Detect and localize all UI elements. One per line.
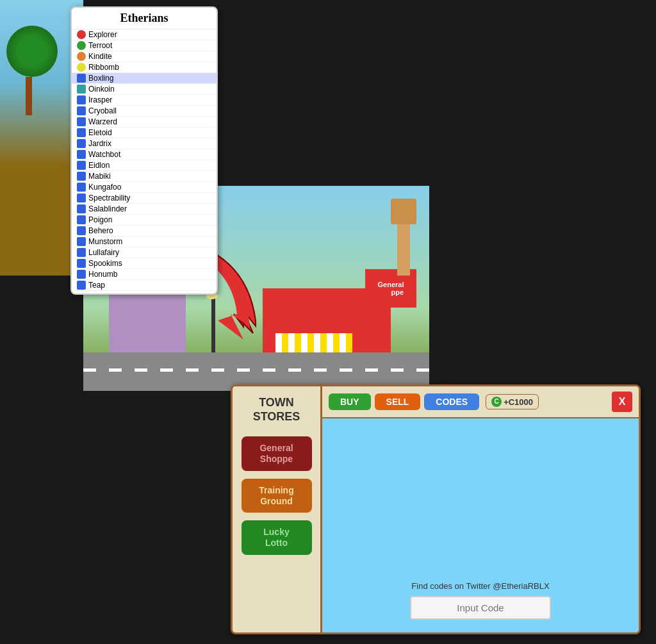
shoppe-awning (275, 333, 352, 352)
list-item[interactable]: Salablinder (72, 204, 217, 215)
list-item[interactable]: Mabiki (72, 171, 217, 182)
list-item[interactable]: Boxling (72, 73, 217, 84)
eth-name: Spectrability (88, 194, 130, 202)
eth-icon (77, 63, 86, 72)
eth-name: Teap (88, 281, 105, 290)
eth-name: Watchbot (88, 150, 120, 159)
list-item[interactable]: Kungafoo (72, 182, 217, 193)
store-content: Find codes on Twitter @EtheriaRBLX (322, 418, 639, 632)
eth-icon (77, 204, 86, 213)
list-item[interactable]: Warzerd (72, 117, 217, 128)
eth-name: Kungafoo (88, 183, 121, 192)
list-item[interactable]: Kindite (72, 51, 217, 62)
list-item[interactable]: Munstorm (72, 236, 217, 247)
currency-value: +C1000 (504, 397, 533, 407)
eth-icon (77, 215, 86, 224)
eth-icon (77, 161, 86, 170)
list-item[interactable]: Watchbot (72, 149, 217, 160)
eth-name: Eletoid (88, 128, 112, 137)
eth-icon (77, 150, 86, 159)
eth-name: Explorer (88, 30, 117, 39)
eth-name: Spookims (88, 259, 122, 268)
list-item[interactable]: Cryoball (72, 106, 217, 117)
eth-icon (77, 95, 86, 104)
eth-icon (77, 30, 86, 39)
list-item[interactable]: Spectrability (72, 193, 217, 204)
eth-icon (77, 41, 86, 50)
eth-icon (77, 270, 86, 279)
eth-name: Kindite (88, 52, 112, 61)
tab-sell[interactable]: SELL (375, 393, 421, 410)
eth-icon (77, 259, 86, 268)
eth-name: Warzerd (88, 117, 117, 126)
eth-icon (77, 172, 86, 181)
list-item[interactable]: Poigon (72, 215, 217, 226)
windmill (384, 199, 423, 276)
tab-buy[interactable]: BUY (329, 393, 371, 410)
store-tabs: BUY SELL CODES C +C1000 X (322, 386, 639, 418)
store-sidebar-title: TOWNSTORES (253, 396, 300, 424)
list-item[interactable]: Spookims (72, 258, 217, 269)
close-button[interactable]: X (612, 392, 632, 412)
lucky-lotto-button[interactable]: LuckyLotto (242, 520, 312, 555)
eth-icon (77, 106, 86, 115)
eth-icon (77, 281, 86, 290)
eth-name: Jardrix (88, 139, 111, 148)
eth-name: Behero (88, 226, 113, 235)
eth-name: Cryoball (88, 106, 117, 115)
list-item[interactable]: Teap (72, 280, 217, 291)
eth-icon (77, 85, 86, 94)
eth-name: Honumb (88, 270, 117, 279)
list-item[interactable]: Irasper (72, 95, 217, 106)
etherians-list: ExplorerTerrootKinditeRibbombBoxlingOink… (72, 29, 217, 291)
input-code-field[interactable] (410, 596, 551, 620)
store-main: BUY SELL CODES C +C1000 X Find codes on … (322, 386, 639, 632)
eth-icon (77, 237, 86, 246)
list-item[interactable]: Explorer (72, 29, 217, 40)
tab-codes[interactable]: CODES (424, 393, 479, 410)
training-ground-button[interactable]: TrainingGround (242, 479, 312, 513)
eth-icon (77, 183, 86, 192)
eth-icon (77, 226, 86, 235)
eth-name: Ribbomb (88, 63, 119, 72)
etherians-title: Etherians (72, 8, 217, 29)
eth-name: Munstorm (88, 237, 122, 246)
eth-name: Mabiki (88, 172, 111, 181)
eth-icon (77, 117, 86, 126)
eth-icon (77, 194, 86, 202)
codes-twitter-text: Find codes on Twitter @EtheriaRBLX (411, 581, 549, 591)
eth-name: Boxling (88, 74, 113, 83)
list-item[interactable]: Behero (72, 226, 217, 236)
currency-icon: C (491, 397, 502, 407)
list-item[interactable]: Oinkoin (72, 84, 217, 95)
eth-name: Lullafairy (88, 248, 119, 257)
list-item[interactable]: Lullafairy (72, 247, 217, 258)
list-item[interactable]: Eidlon (72, 160, 217, 171)
eth-icon (77, 248, 86, 257)
currency-display: C +C1000 (486, 394, 539, 409)
list-item[interactable]: Honumb (72, 269, 217, 280)
windmill-top (391, 199, 416, 224)
eth-icon (77, 139, 86, 148)
store-sidebar: TOWNSTORES GeneralShoppe TrainingGround … (233, 386, 322, 632)
eth-icon (77, 128, 86, 137)
list-item[interactable]: Jardrix (72, 138, 217, 149)
eth-name: Salablinder (88, 204, 127, 213)
eth-name: Irasper (88, 95, 112, 104)
etherians-panel: Etherians ExplorerTerrootKinditeRibbombB… (70, 6, 218, 295)
eth-icon (77, 52, 86, 61)
eth-name: Oinkoin (88, 85, 115, 94)
eth-name: Eidlon (88, 161, 110, 170)
eth-icon (77, 74, 86, 83)
list-item[interactable]: Eletoid (72, 128, 217, 138)
eth-name: Poigon (88, 215, 112, 224)
general-shoppe-button[interactable]: GeneralShoppe (242, 436, 312, 471)
list-item[interactable]: Terroot (72, 40, 217, 51)
windmill-body (397, 224, 410, 276)
store-panel: TOWNSTORES GeneralShoppe TrainingGround … (231, 384, 641, 634)
eth-name: Terroot (88, 41, 112, 50)
list-item[interactable]: Ribbomb (72, 62, 217, 73)
